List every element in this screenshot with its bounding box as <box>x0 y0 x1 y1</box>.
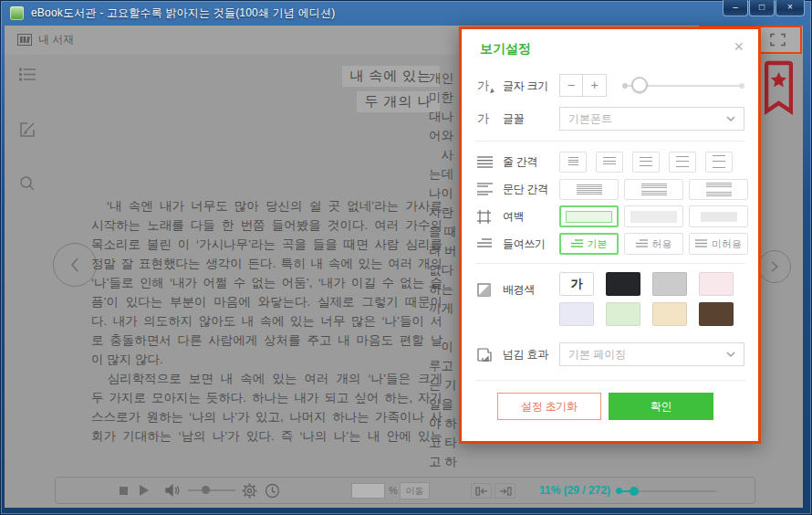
text-line: 정말 잘 표현했다는 생각이 든다. 특히 내 속에 있는 여러 개의 <box>91 254 442 273</box>
bg-swatch-brown[interactable] <box>699 302 734 326</box>
text-line: 심리학적으로 보면 내 속에 있는 여러 개의 ‘나’들은 크게 <box>91 369 442 388</box>
next-page-button[interactable] <box>758 250 791 283</box>
tts-settings-button[interactable] <box>242 478 257 503</box>
view-settings-panel: 보기설정 × 가 글자 크기 − + 가 글꼴 기본폰트 <box>459 26 761 444</box>
progress-end-dot <box>715 489 721 494</box>
page-effect-select[interactable]: 기본 페이징 <box>559 342 744 366</box>
percent-symbol: % <box>389 478 398 503</box>
background-color-icon <box>477 283 503 297</box>
reading-timer-button[interactable] <box>265 478 280 503</box>
page-effect-icon <box>477 348 503 362</box>
chevron-down-icon <box>726 352 735 357</box>
panel-title: 보기설정 <box>480 41 531 58</box>
font-select[interactable]: 기본폰트 <box>559 107 744 131</box>
my-library-button[interactable]: 내 서재 <box>17 32 74 47</box>
confirm-button[interactable]: 확인 <box>609 393 713 420</box>
text-line: 스스로가 원하는 ‘나의 나’가 있고, 나머지 하나는 가족이나 사 <box>91 407 442 426</box>
background-color-swatches: 가 <box>559 272 734 326</box>
indent-option-disallow[interactable]: 미허용 <box>689 233 748 255</box>
line-spacing-option-3[interactable] <box>632 152 660 173</box>
prev-page-button[interactable] <box>53 243 97 287</box>
line-spacing-option-5[interactable] <box>705 152 733 173</box>
close-panel-icon[interactable]: × <box>734 37 744 57</box>
tts-stop-button[interactable] <box>120 478 128 503</box>
percent-input[interactable] <box>351 483 385 499</box>
bg-swatch-black[interactable] <box>606 272 640 296</box>
bg-swatch-gray[interactable] <box>652 272 687 296</box>
app-icon <box>10 6 24 20</box>
spacing-glyph <box>577 184 602 194</box>
close-window-button[interactable]: × <box>776 0 805 16</box>
minimize-button[interactable]: – <box>723 0 748 16</box>
indent-option-label: 허용 <box>652 237 672 251</box>
text-line: 회가 기대하는 ‘남의 나’가 있다. 즉 ‘나의 나’는 내 안에 있는 <box>91 426 442 446</box>
note-button[interactable] <box>19 121 36 142</box>
fullscreen-button[interactable] <box>770 33 786 47</box>
bg-swatch-cream[interactable] <box>652 302 687 326</box>
paragraph-spacing-label: 문단 간격 <box>503 182 559 197</box>
jump-end-icon <box>499 487 512 496</box>
title-bar[interactable]: eBook도서관 - 고요할수록 밝아지는 것들(100쇄 기념 에디션) – … <box>0 0 812 26</box>
margin-glyph <box>630 211 677 223</box>
progress-slider-handle[interactable] <box>630 487 639 496</box>
my-library-label: 내 서재 <box>38 32 74 47</box>
spacing-glyph <box>640 157 652 166</box>
bg-swatch-lavender[interactable] <box>559 302 594 326</box>
spacing-glyph <box>706 183 732 196</box>
paragraph-spacing-option-3[interactable] <box>689 179 748 200</box>
bookmark-ribbon-icon[interactable] <box>765 60 793 119</box>
line-spacing-label: 줄 간격 <box>503 154 559 170</box>
search-button[interactable] <box>19 175 36 195</box>
maximize-button[interactable]: □ <box>749 0 775 16</box>
chevron-down-icon <box>726 116 735 121</box>
reset-settings-button[interactable]: 설정 초기화 <box>497 393 601 420</box>
paragraph-spacing-icon <box>477 183 503 195</box>
tts-play-button[interactable] <box>140 478 149 503</box>
page-effect-value: 기본 페이징 <box>568 347 626 363</box>
stop-icon <box>120 487 128 495</box>
spacing-glyph <box>568 157 578 166</box>
bg-swatch-green[interactable] <box>606 302 640 326</box>
line-spacing-option-1[interactable] <box>559 152 587 173</box>
window-title: eBook도서관 - 고요할수록 밝아지는 것들(100쇄 기념 에디션) <box>31 5 335 21</box>
indent-glyph <box>636 239 648 248</box>
gear-icon <box>242 483 257 499</box>
margin-option-3[interactable] <box>689 205 748 227</box>
bg-swatch-white[interactable]: 가 <box>559 272 594 296</box>
volume-slider-handle[interactable] <box>202 486 210 494</box>
font-size-minus-button[interactable]: − <box>559 74 583 97</box>
font-size-slider[interactable] <box>624 85 743 87</box>
font-size-icon: 가 <box>477 78 503 94</box>
jump-start-icon <box>475 487 488 496</box>
line-spacing-option-4[interactable] <box>669 152 696 173</box>
chapter-title-line: 내 속에 있는 <box>342 66 441 87</box>
indent-option-allow[interactable]: 허용 <box>624 233 683 255</box>
volume-slider[interactable] <box>188 489 235 491</box>
toc-button[interactable] <box>19 68 36 85</box>
text-line: 픔’이 있다는 부분이 마음에 와닿는다. 실제로 그렇기 때문이 <box>91 292 442 311</box>
slider-max-dot <box>739 83 744 89</box>
paragraph-spacing-option-2[interactable] <box>624 179 683 200</box>
volume-button[interactable] <box>165 478 180 503</box>
font-size-plus-button[interactable]: + <box>583 74 607 97</box>
margin-option-1-selected[interactable] <box>559 205 619 227</box>
line-spacing-option-2[interactable] <box>596 152 623 173</box>
font-select-value: 기본폰트 <box>568 111 612 127</box>
text-line: 시작하는 노래를 다들 한 번쯤 들어봤을 것이다. 여러 가수의 <box>91 215 442 235</box>
spacing-glyph <box>676 156 689 167</box>
text-line: 두 가지로 모아지는 듯하다. 하나는 내가 되고 싶어 하는, 자기 <box>91 388 442 407</box>
go-button[interactable]: 이동 <box>400 482 430 499</box>
progress-start-dot <box>616 488 622 494</box>
jump-end-button[interactable] <box>494 483 515 499</box>
paragraph-spacing-option-1[interactable] <box>559 179 619 200</box>
bg-swatch-pink[interactable] <box>699 272 734 296</box>
jump-start-button[interactable] <box>471 483 492 499</box>
indent-option-default[interactable]: 기본 <box>559 233 619 255</box>
font-size-slider-handle[interactable] <box>631 77 648 93</box>
indent-glyph <box>571 239 583 248</box>
margin-option-2[interactable] <box>624 205 683 227</box>
divider <box>475 263 745 264</box>
indent-option-label: 기본 <box>588 237 608 251</box>
line-spacing-icon <box>477 156 503 168</box>
chapter-title-line: 두 개의 나 <box>357 91 441 112</box>
